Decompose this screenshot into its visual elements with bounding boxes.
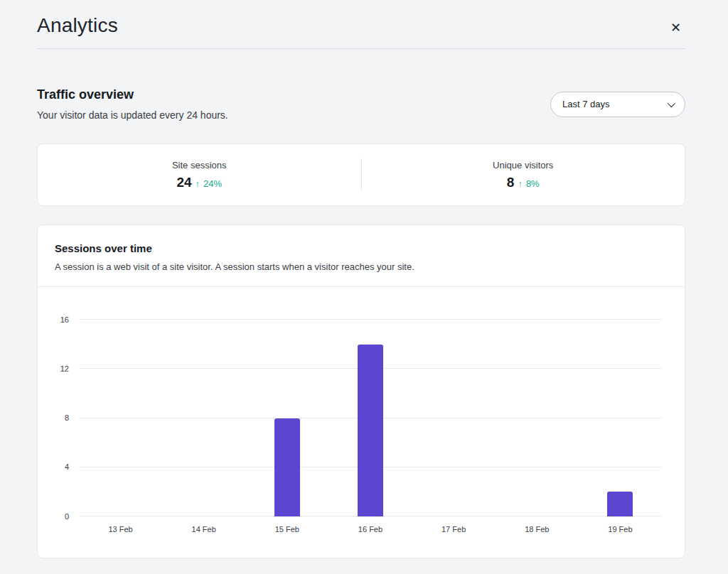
y-tick-label: 16 <box>60 315 69 324</box>
analytics-panel: Analytics ✕ Traffic overview Your visito… <box>0 0 728 558</box>
x-tick-label: 13 Feb <box>79 525 162 534</box>
stat-unique-visitors: Unique visitors 8 ↑ 8% <box>362 160 685 190</box>
x-tick-label: 16 Feb <box>328 525 412 534</box>
period-selector-value: Last 7 days <box>562 99 610 109</box>
stat-value: 24 <box>176 175 191 190</box>
chart-description: A session is a web visit of a site visit… <box>55 261 668 272</box>
page-title: Analytics <box>37 14 118 37</box>
y-tick-label: 0 <box>65 512 69 521</box>
chevron-down-icon <box>668 99 675 107</box>
y-tick-label: 12 <box>60 364 69 373</box>
bar-column <box>579 320 662 516</box>
bars-row <box>79 320 662 516</box>
stat-label: Unique visitors <box>493 160 553 170</box>
bar-column <box>245 320 328 516</box>
x-tick-label: 19 Feb <box>579 525 662 534</box>
chart-plot: 0481216 <box>79 320 662 516</box>
x-tick-label: 18 Feb <box>496 525 579 534</box>
bar-column <box>79 320 162 516</box>
x-tick-label: 14 Feb <box>162 525 245 534</box>
bar-column <box>412 320 496 516</box>
close-icon: ✕ <box>670 21 681 35</box>
sessions-over-time-card: Sessions over time A session is a web vi… <box>37 224 685 558</box>
bar <box>274 418 300 517</box>
chart-title: Sessions over time <box>55 242 668 254</box>
section-title: Traffic overview <box>37 87 228 102</box>
up-arrow-icon: ↑ <box>518 178 523 189</box>
bar-column <box>162 320 245 516</box>
panel-header: Analytics ✕ <box>37 0 685 38</box>
x-tick-label: 17 Feb <box>412 525 496 534</box>
traffic-overview-header: Traffic overview Your visitor data is up… <box>37 87 685 121</box>
header-divider <box>37 48 685 49</box>
up-arrow-icon: ↑ <box>196 178 200 189</box>
close-button[interactable]: ✕ <box>666 17 685 38</box>
y-tick-label: 8 <box>65 413 69 422</box>
bar-column <box>328 320 412 516</box>
bar-column <box>496 320 579 516</box>
bar <box>607 492 633 516</box>
bar <box>358 345 383 516</box>
stat-site-sessions: Site sessions 24 ↑ 24% <box>38 160 361 190</box>
stats-card: Site sessions 24 ↑ 24% Unique visitors 8… <box>37 144 685 206</box>
stat-value-row: 8 ↑ 8% <box>507 175 540 190</box>
section-subtitle: Your visitor data is updated every 24 ho… <box>37 109 228 121</box>
stat-label: Site sessions <box>172 160 227 170</box>
stat-value: 8 <box>507 175 515 190</box>
sessions-bar-chart: 0481216 13 Feb14 Feb15 Feb16 Feb17 Feb18… <box>38 287 685 558</box>
x-tick-label: 15 Feb <box>245 525 328 534</box>
x-axis: 13 Feb14 Feb15 Feb16 Feb17 Feb18 Feb19 F… <box>79 525 662 534</box>
stat-value-row: 24 ↑ 24% <box>176 175 222 190</box>
period-selector-dropdown[interactable]: Last 7 days <box>550 92 685 117</box>
chart-card-header: Sessions over time A session is a web vi… <box>38 225 685 287</box>
stat-change: 24% <box>203 178 222 189</box>
traffic-overview-text: Traffic overview Your visitor data is up… <box>37 87 228 121</box>
stat-change: 8% <box>526 178 540 189</box>
y-tick-label: 4 <box>65 462 69 471</box>
